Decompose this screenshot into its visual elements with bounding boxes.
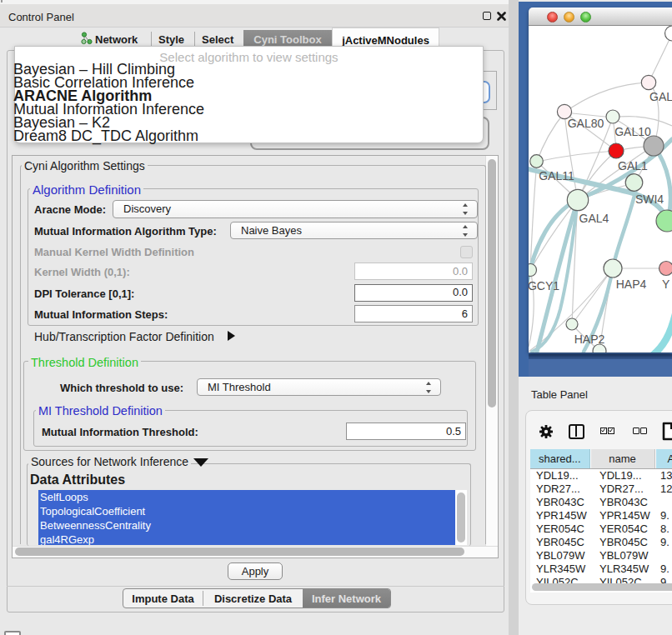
svg-text:SWI4: SWI4 <box>635 192 664 206</box>
svg-text:GAL7: GAL7 <box>649 90 672 103</box>
svg-text:HAP2: HAP2 <box>574 332 605 346</box>
svg-text:GAL10: GAL10 <box>614 125 651 138</box>
svg-text:HAP4: HAP4 <box>616 278 647 291</box>
svg-text:Y: Y <box>662 278 670 291</box>
svg-text:GAL4: GAL4 <box>579 212 609 225</box>
svg-text:GAL80: GAL80 <box>568 117 604 130</box>
svg-text:GCY1: GCY1 <box>529 279 559 292</box>
svg-text:GAL1: GAL1 <box>618 159 648 172</box>
svg-text:GAL11: GAL11 <box>539 169 574 182</box>
